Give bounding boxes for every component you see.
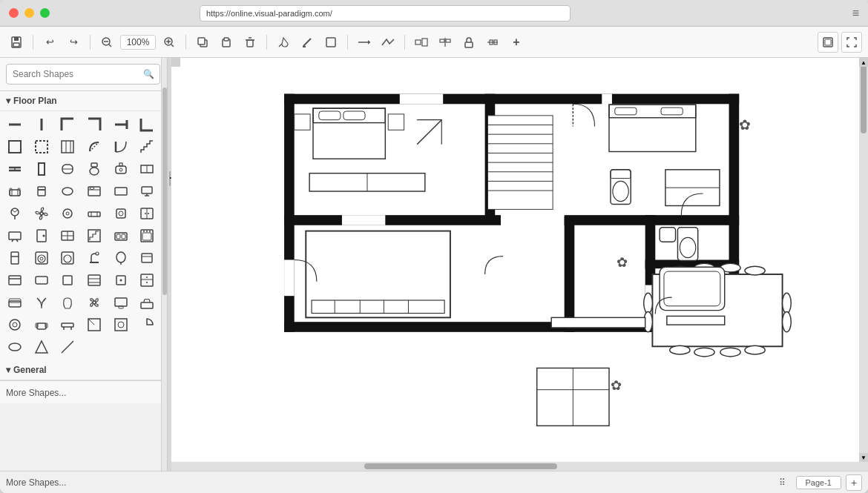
shape-armchair[interactable] xyxy=(31,314,52,335)
shape-dryer[interactable] xyxy=(57,248,78,268)
shape-desk[interactable] xyxy=(111,181,131,202)
connector-button[interactable] xyxy=(354,32,375,53)
zoom-out-button[interactable] xyxy=(96,32,117,53)
shape-couch[interactable] xyxy=(84,203,105,224)
shape-dresser[interactable] xyxy=(137,270,157,291)
lock-button[interactable] xyxy=(458,32,479,53)
shape-wall-h[interactable] xyxy=(4,114,25,135)
canvas-area[interactable]: ▲ ▼ xyxy=(171,58,868,471)
page-options-btn[interactable]: ⠿ xyxy=(773,477,792,488)
shape-circ2[interactable] xyxy=(111,314,131,335)
floor-plan-section-header[interactable]: ▾ Floor Plan xyxy=(0,91,161,111)
minimize-button[interactable] xyxy=(24,8,34,18)
shape-round-table[interactable] xyxy=(4,314,25,335)
shape-bathtub[interactable] xyxy=(57,159,78,179)
redo-button[interactable]: ↪ xyxy=(63,32,84,53)
shape-nightstand[interactable] xyxy=(111,270,131,291)
more-shapes-link[interactable]: More Shapes... xyxy=(6,388,66,398)
shape-counter[interactable] xyxy=(4,270,25,291)
shape-fan[interactable] xyxy=(31,203,52,224)
shape-dining-table[interactable] xyxy=(57,270,78,291)
sidebar-scroll-thumb[interactable] xyxy=(162,87,167,295)
v-scrollbar[interactable] xyxy=(859,58,868,471)
shape-sink[interactable] xyxy=(111,159,131,179)
shape-bookshelf[interactable] xyxy=(84,270,105,291)
shape-plant2[interactable] xyxy=(31,292,52,313)
shape-window[interactable] xyxy=(4,159,25,179)
zoom-value[interactable]: 100% xyxy=(120,35,156,50)
shape-line[interactable] xyxy=(57,337,78,357)
shape-chair2[interactable] xyxy=(111,203,131,224)
shape-mirror[interactable] xyxy=(111,248,131,268)
shape-island[interactable] xyxy=(31,270,52,291)
shape-corner-tr[interactable] xyxy=(84,114,105,135)
shape-vase[interactable] xyxy=(57,292,78,313)
copy-button[interactable] xyxy=(192,32,213,53)
shape-tv3[interactable] xyxy=(111,292,131,313)
shape-circ3[interactable] xyxy=(137,314,157,335)
maximize-button[interactable] xyxy=(40,8,50,18)
more-shapes-bottom[interactable]: More Shapes... xyxy=(6,477,66,488)
shape-rect-dash[interactable] xyxy=(31,136,52,157)
shape-arch[interactable] xyxy=(84,136,105,157)
shape-stair2[interactable] xyxy=(84,225,105,246)
shape-ksink[interactable] xyxy=(111,225,131,246)
shape-window2[interactable] xyxy=(57,225,78,246)
shape-column[interactable] xyxy=(31,159,52,179)
shape-dot-grid[interactable] xyxy=(57,136,78,157)
add-button[interactable]: + xyxy=(506,32,527,53)
align-button[interactable] xyxy=(435,32,456,53)
shape-circ5[interactable] xyxy=(31,337,52,357)
scroll-top-btn[interactable]: ▲ xyxy=(859,58,868,67)
shape-stairs[interactable] xyxy=(137,136,157,157)
shape-bed[interactable] xyxy=(84,181,105,202)
add-page-button[interactable]: + xyxy=(846,474,862,491)
shape-room[interactable] xyxy=(4,136,25,157)
zoom-in-button[interactable] xyxy=(159,32,180,53)
url-bar[interactable]: https://online.visual-paradigm.com/ xyxy=(200,5,571,21)
shape-sofa[interactable] xyxy=(4,181,25,202)
shape-circ4[interactable] xyxy=(4,337,25,357)
waypoint-button[interactable] xyxy=(378,32,398,53)
shape-washer[interactable] xyxy=(31,248,52,268)
shape-lamp[interactable] xyxy=(57,203,78,224)
distribute-button[interactable] xyxy=(482,32,503,53)
save-button[interactable] xyxy=(6,32,27,53)
shape-toilet[interactable] xyxy=(84,159,105,179)
shape-oven[interactable] xyxy=(137,225,157,246)
fullscreen-button[interactable] xyxy=(841,32,862,53)
v-scroll-thumb[interactable] xyxy=(861,59,867,133)
shape-wall-v[interactable] xyxy=(31,114,52,135)
shape-door2[interactable] xyxy=(31,225,52,246)
shape-tv[interactable] xyxy=(4,225,25,246)
shape-towel[interactable] xyxy=(137,248,157,268)
shape-fridge[interactable] xyxy=(4,248,25,268)
sidebar-scrollbar[interactable] xyxy=(161,58,167,471)
shape-cabinet[interactable] xyxy=(137,159,157,179)
shape-shower[interactable] xyxy=(84,248,105,268)
shape-chair[interactable] xyxy=(31,181,52,202)
line-color-button[interactable] xyxy=(297,32,318,53)
page-tab-1[interactable]: Page-1 xyxy=(796,476,841,489)
h-scroll-thumb[interactable] xyxy=(364,463,557,469)
shape-table[interactable] xyxy=(57,181,78,202)
shape-corner-bl[interactable] xyxy=(137,114,157,135)
shape-wardrobe[interactable] xyxy=(137,203,157,224)
h-scrollbar[interactable] xyxy=(171,462,859,471)
delete-button[interactable] xyxy=(240,32,260,53)
scroll-bottom-btn[interactable]: ▼ xyxy=(859,453,868,462)
shape-couch3[interactable] xyxy=(4,292,25,313)
shape-ceilling-fan[interactable] xyxy=(84,292,105,313)
arrange-button[interactable] xyxy=(411,32,432,53)
style-button[interactable] xyxy=(320,32,341,53)
menu-icon[interactable]: ≡ xyxy=(852,7,859,20)
shape-door[interactable] xyxy=(111,136,131,157)
general-section-header[interactable]: ▾ General xyxy=(0,360,161,380)
shape-fireplace[interactable] xyxy=(137,292,157,313)
fit-page-button[interactable] xyxy=(818,32,838,53)
search-input[interactable] xyxy=(6,64,160,85)
shape-wall-end[interactable] xyxy=(111,114,131,135)
close-button[interactable] xyxy=(9,8,19,18)
undo-button[interactable]: ↩ xyxy=(39,32,60,53)
shape-plant[interactable] xyxy=(4,203,25,224)
